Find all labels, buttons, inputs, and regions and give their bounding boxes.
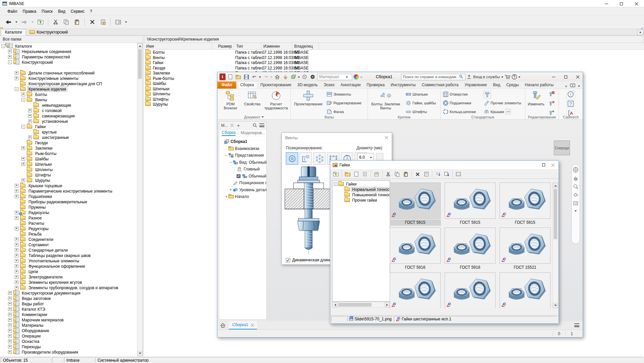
expand-icon[interactable]: + — [15, 248, 18, 252]
expand-icon[interactable]: + — [21, 146, 25, 150]
nut-thumbnail[interactable] — [390, 272, 441, 308]
tree-item[interactable]: +Виды заготовок — [0, 296, 136, 301]
nuts-tree-item[interactable]: Нормальной точности — [333, 187, 390, 192]
other-elements-button[interactable]: Прочие элементы — [484, 100, 521, 106]
expand-icon[interactable]: + — [15, 264, 18, 268]
tree-item[interactable]: +Каталог КТЭ — [0, 307, 136, 312]
undo-icon[interactable] — [251, 73, 258, 80]
collapse-icon[interactable]: - — [21, 98, 25, 102]
up-folder-button[interactable] — [36, 17, 46, 27]
edit-delete-button[interactable] — [548, 100, 556, 108]
catalog-dropdown[interactable] — [637, 30, 643, 35]
material-combo[interactable]: Материал — [317, 74, 352, 80]
nuts-up-folder-button[interactable] — [332, 170, 340, 178]
navbar-caret-icon[interactable] — [575, 210, 577, 213]
column-header[interactable]: Изменен — [261, 43, 292, 50]
expand-icon[interactable]: + — [28, 136, 32, 139]
sketch-icon[interactable] — [282, 73, 288, 80]
column-header[interactable]: Владелец — [292, 43, 319, 50]
viewcube[interactable]: Спереди — [554, 141, 570, 155]
shaft-design-button[interactable]: Проектирование — [292, 90, 324, 106]
shaft-edit-button[interactable]: Редактирование — [326, 100, 362, 106]
collapse-icon[interactable]: - — [8, 60, 12, 64]
expand-icon[interactable]: + — [8, 50, 12, 53]
expand-icon[interactable]: + — [28, 114, 32, 118]
pos-linear-button[interactable] — [300, 152, 312, 165]
expand-icon[interactable]: + — [15, 286, 18, 290]
tree-item[interactable]: +Оснастка — [0, 339, 136, 344]
tabbar-menu-icon[interactable] — [574, 323, 579, 327]
tree-item[interactable]: +Конструкторская документация — [0, 291, 136, 296]
tree-item[interactable]: +iРадиоузлы — [0, 210, 136, 215]
browser-tree-item[interactable]: Сборка1 — [220, 138, 266, 145]
ribbon-tab[interactable]: Проектирование — [257, 82, 295, 89]
inv-close-button[interactable] — [574, 73, 581, 80]
group-label-document[interactable]: Документ — [217, 114, 291, 120]
ribbon-overflow-icon[interactable]: » — [565, 84, 567, 89]
nuts-tree-item[interactable]: -Гайки — [333, 182, 390, 187]
browser-menu-icon[interactable] — [259, 123, 264, 127]
tree-item[interactable]: -Каталоги — [0, 44, 136, 49]
tree-item[interactable]: Приборы радиоизмерительные — [0, 199, 136, 205]
expand-icon[interactable]: + — [28, 109, 32, 112]
tree-item[interactable]: +установочные — [0, 119, 136, 124]
browser-search-icon[interactable] — [253, 123, 257, 127]
tree-item[interactable]: +Оборудование — [0, 328, 136, 333]
nuts-grid-scrollbar[interactable] — [553, 183, 558, 308]
nuts-close-icon[interactable] — [551, 163, 555, 167]
tree-item[interactable]: +Производители оборудования — [0, 350, 136, 355]
expand-icon[interactable]: + — [8, 55, 12, 59]
tree-item[interactable]: +Марочник материалов — [0, 317, 136, 323]
tree-item[interactable]: +Цепи — [0, 269, 136, 274]
ribbon-tab[interactable]: Управление — [462, 82, 490, 89]
expand-icon[interactable]: + — [8, 329, 12, 332]
browser-tab-modeling[interactable]: Моделиров... — [241, 131, 265, 135]
tree-item[interactable]: +Разное — [0, 215, 136, 221]
tree-item[interactable]: +Элементы крепления жгутов — [0, 280, 136, 285]
ribbon-tab[interactable]: Проверка — [364, 82, 388, 89]
inventor-logo-icon[interactable]: I — [219, 73, 226, 80]
expand-icon[interactable]: + — [8, 323, 12, 327]
nuts-new-item-button[interactable] — [352, 170, 360, 178]
ribbon-tab[interactable]: Файл — [217, 82, 236, 89]
nuts-properties-button[interactable] — [422, 170, 430, 178]
copy-button[interactable] — [61, 17, 71, 27]
shaft-elements-button[interactable]: Элементы — [326, 91, 351, 97]
tree-item[interactable]: +Стандартные детали — [0, 248, 136, 253]
tree-item[interactable]: +Виды работ — [0, 301, 136, 307]
tree-item[interactable]: +Материалы — [0, 323, 136, 328]
component-icon[interactable] — [290, 73, 297, 80]
tree-item[interactable]: +Функциональное оформление — [0, 264, 136, 269]
browser-tree-item[interactable]: +Начало — [225, 193, 266, 200]
collapse-icon[interactable]: – — [225, 154, 228, 157]
hole-button[interactable]: Отверстие — [443, 91, 468, 97]
browser-close-icon[interactable] — [230, 123, 234, 127]
browser-tree-item[interactable]: ✓Обычный — [234, 173, 266, 179]
pan-hand-icon[interactable] — [573, 175, 578, 181]
tree-item[interactable]: Пружины — [0, 205, 136, 210]
tree-item[interactable]: +Шпильки — [0, 162, 136, 167]
file-row[interactable]: БолтыПапка с табли...07.12.1998 16:03:50… — [144, 50, 644, 55]
nav-wheel-icon[interactable] — [573, 167, 578, 172]
modify-button[interactable]: Изменить — [527, 90, 545, 106]
collapse-icon[interactable]: - — [334, 182, 337, 186]
tree-item[interactable]: +Комментарии — [0, 312, 136, 317]
nuts-maximize-icon[interactable] — [542, 163, 545, 166]
menu-item[interactable]: Вид — [55, 8, 68, 15]
undo-caret-icon[interactable] — [259, 76, 261, 79]
expand-icon[interactable]: + — [8, 302, 12, 306]
current-catalog[interactable]: Конструкторский — [26, 30, 68, 35]
maximize-button[interactable] — [614, 0, 629, 7]
pdm-browser-button[interactable]: PDM Browser — [219, 90, 242, 110]
help-icon[interactable] — [512, 74, 517, 80]
nut-thumbnail[interactable] — [500, 227, 551, 264]
studs-button[interactable]: Шпильки — [405, 91, 428, 97]
ribbon-tab[interactable]: Вид — [490, 82, 503, 89]
expand-icon[interactable]: + — [8, 297, 12, 300]
cadmech-help-button[interactable]: ? — [566, 100, 575, 108]
tree-item[interactable]: +Таблицы разделки сварных швов — [0, 253, 136, 258]
tab-close-icon[interactable] — [251, 323, 254, 326]
expand-icon[interactable]: + — [15, 189, 18, 193]
nuts-dialog-titlebar[interactable]: Гайки — [330, 161, 559, 169]
group-label-cadmech[interactable]: Cadmech — [559, 114, 583, 120]
